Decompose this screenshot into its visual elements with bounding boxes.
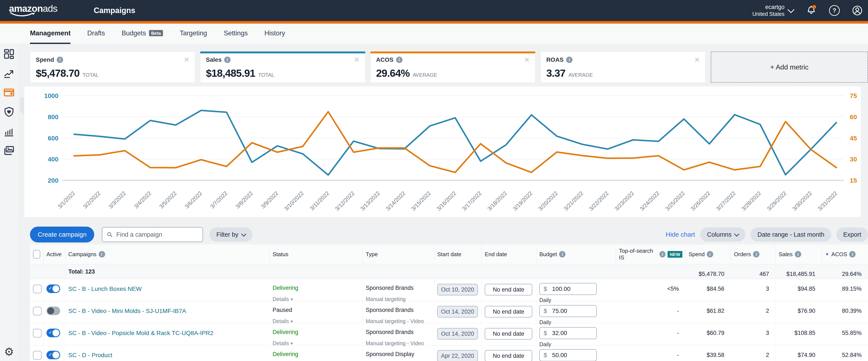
table-controls-row: Create campaign Filter by Hide chart Col… bbox=[30, 226, 868, 243]
campaign-link[interactable]: SC - B - Lunch Boxes NEW bbox=[68, 285, 142, 293]
start-date-field[interactable]: Apr 22, 2020 bbox=[437, 350, 478, 361]
col-header-orders[interactable]: Ordersi bbox=[731, 244, 776, 264]
col-header-type[interactable]: Type bbox=[363, 244, 434, 264]
table-row: ✓SC - B - Lunch Boxes NEWDeliveringDetai… bbox=[30, 279, 868, 301]
tab-history[interactable]: History bbox=[265, 24, 285, 44]
info-icon[interactable]: i bbox=[849, 251, 856, 257]
row-checkbox[interactable] bbox=[33, 285, 41, 293]
end-date-field[interactable]: No end date bbox=[485, 328, 532, 339]
x-axis-label: 3/14/2022 bbox=[384, 190, 407, 212]
active-toggle[interactable]: ✓ bbox=[46, 351, 60, 359]
amazonads-logo[interactable]: amazonads bbox=[9, 4, 57, 17]
info-icon[interactable]: i bbox=[795, 251, 801, 257]
y-axis-label-right: 60 bbox=[850, 113, 857, 120]
filter-by-dropdown[interactable]: Filter by bbox=[209, 227, 252, 242]
end-date-field[interactable]: No end date bbox=[485, 350, 532, 361]
info-icon[interactable]: i bbox=[99, 251, 105, 257]
notifications-button[interactable] bbox=[805, 5, 817, 16]
active-toggle[interactable] bbox=[46, 307, 60, 315]
acos-value: 52.84% bbox=[822, 345, 868, 361]
row-budget-cell: $100.00Daily bbox=[536, 279, 616, 303]
info-icon[interactable]: i bbox=[57, 57, 63, 63]
check-icon: ✓ bbox=[49, 285, 52, 291]
tab-management[interactable]: Management bbox=[30, 24, 70, 44]
col-header-campaigns[interactable]: Campaignsi bbox=[65, 244, 270, 264]
row-checkbox[interactable] bbox=[33, 351, 41, 360]
start-date-field[interactable]: Oct 10, 2020 bbox=[437, 284, 478, 296]
end-date-field[interactable]: No end date bbox=[485, 306, 532, 317]
sidebar-item-performance[interactable] bbox=[0, 64, 18, 83]
col-header-end-date[interactable]: End date bbox=[482, 244, 536, 264]
sidebar-item-brand-safety[interactable] bbox=[0, 102, 18, 121]
header-checkbox[interactable] bbox=[30, 244, 43, 264]
campaign-link[interactable]: SC - D - Product bbox=[68, 352, 112, 359]
info-icon[interactable]: i bbox=[559, 251, 565, 257]
active-toggle[interactable]: ✓ bbox=[46, 284, 60, 293]
col-header-acos[interactable]: ▼ACOSi bbox=[822, 244, 868, 264]
metric-card-spend: Spendi✕$5,478.70TOTAL bbox=[30, 51, 195, 83]
account-region: United States bbox=[752, 11, 784, 17]
info-icon[interactable]: i bbox=[659, 251, 665, 257]
account-switcher[interactable]: ecartgo United States bbox=[752, 4, 794, 18]
sidebar-item-creatives[interactable] bbox=[0, 141, 18, 160]
sidebar-item-campaigns[interactable] bbox=[0, 83, 18, 102]
budget-input[interactable]: $50.00 bbox=[539, 349, 597, 361]
campaign-link[interactable]: SC - B - Video - Mini Molds - SJ-U1MF-IB… bbox=[68, 308, 186, 314]
tab-label: Settings bbox=[224, 29, 248, 37]
col-header-top-of-search[interactable]: Top-of-search ISiNEW bbox=[616, 244, 686, 264]
profile-button[interactable] bbox=[852, 5, 863, 16]
search-input[interactable] bbox=[116, 231, 198, 239]
x-axis-label: 3/17/2022 bbox=[461, 190, 483, 212]
tab-settings[interactable]: Settings bbox=[224, 24, 248, 44]
col-header-spend[interactable]: Spendi bbox=[686, 244, 731, 264]
col-header-budget[interactable]: Budgeti bbox=[536, 244, 616, 264]
info-icon[interactable]: i bbox=[707, 251, 713, 257]
new-badge: NEW bbox=[668, 251, 682, 258]
row-end-date-cell: No end date bbox=[482, 345, 536, 361]
info-icon[interactable]: i bbox=[753, 251, 760, 257]
end-date-field[interactable]: No end date bbox=[485, 284, 532, 296]
hide-chart-link[interactable]: Hide chart bbox=[666, 231, 695, 238]
close-icon[interactable]: ✕ bbox=[354, 56, 359, 63]
tab-budgets[interactable]: BudgetsBeta bbox=[122, 24, 163, 44]
budget-input[interactable]: $32.00 bbox=[539, 327, 597, 339]
tab-targeting[interactable]: Targeting bbox=[180, 24, 207, 44]
x-axis-label: 3/2/2022 bbox=[82, 190, 102, 210]
create-campaign-button[interactable]: Create campaign bbox=[30, 227, 94, 243]
columns-dropdown[interactable]: Columns bbox=[700, 227, 745, 242]
sidebar-item-dashboard[interactable] bbox=[0, 45, 18, 64]
budget-input[interactable]: $75.00 bbox=[539, 305, 597, 317]
close-icon[interactable]: ✕ bbox=[184, 56, 189, 63]
add-metric-button[interactable]: + Add metric bbox=[711, 51, 868, 83]
export-button[interactable]: Export bbox=[836, 227, 868, 242]
active-toggle[interactable]: ✓ bbox=[46, 329, 60, 337]
acos-value: 55.85% bbox=[822, 323, 868, 348]
row-checkbox[interactable] bbox=[33, 329, 41, 337]
start-date-field[interactable]: Oct 14, 2020 bbox=[437, 328, 478, 339]
col-header-status[interactable]: Status bbox=[270, 244, 363, 264]
info-icon[interactable]: i bbox=[224, 57, 230, 63]
tab-drafts[interactable]: Drafts bbox=[87, 24, 105, 44]
col-header-start-date[interactable]: Start date bbox=[434, 244, 482, 264]
row-campaign-cell: SC - D - Product bbox=[65, 345, 270, 361]
close-icon[interactable]: ✕ bbox=[524, 56, 529, 63]
date-range-button[interactable]: Date range - Last month bbox=[750, 227, 831, 242]
budget-input[interactable]: $100.00 bbox=[539, 283, 597, 295]
start-date-field[interactable]: Oct 14, 2020 bbox=[437, 306, 478, 317]
beta-badge: Beta bbox=[149, 30, 163, 36]
campaign-search-box[interactable] bbox=[102, 227, 203, 242]
row-checkbox[interactable] bbox=[33, 307, 41, 315]
orders-value: 2 bbox=[731, 345, 776, 361]
info-icon[interactable]: i bbox=[566, 57, 572, 63]
metric-value: 29.64% bbox=[376, 67, 410, 79]
select-all-checkbox[interactable] bbox=[33, 250, 40, 258]
settings-gear-button[interactable]: ⚙ bbox=[0, 344, 18, 359]
info-icon[interactable]: i bbox=[396, 57, 403, 63]
left-navigation-rail bbox=[0, 45, 18, 361]
sidebar-item-reports[interactable] bbox=[0, 121, 18, 141]
close-icon[interactable]: ✕ bbox=[694, 56, 700, 63]
col-header-sales[interactable]: Salesi bbox=[776, 244, 822, 264]
performance-chart-panel: 100075800606004540030200153/1/20223/2/20… bbox=[24, 86, 861, 217]
campaign-link[interactable]: SC - B - Video - Popsicle Mold & Rack TC… bbox=[68, 330, 213, 337]
help-button[interactable]: ? bbox=[829, 5, 840, 16]
